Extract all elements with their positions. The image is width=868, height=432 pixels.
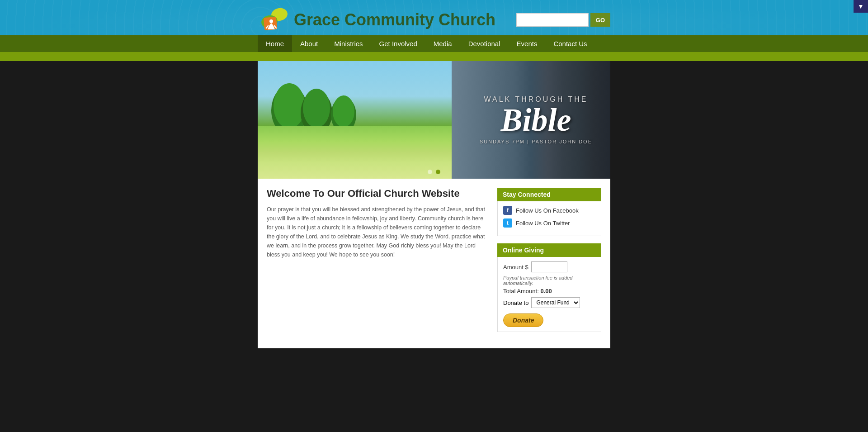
stay-connected-header: Stay Connected	[497, 188, 601, 201]
hero-info: SUNDAYS 7PM | PASTOR JOHN DOE	[480, 139, 592, 144]
amount-input[interactable]	[531, 261, 567, 272]
nav-item-contact[interactable]: Contact Us	[545, 35, 595, 52]
search-button[interactable]: GO	[590, 13, 610, 27]
site-logo[interactable]	[258, 5, 288, 35]
facebook-link[interactable]: f Follow Us On Facebook	[503, 206, 595, 215]
online-giving-section: Online Giving Amount $ Paypal transactio…	[497, 243, 601, 332]
facebook-icon: f	[503, 206, 512, 215]
svg-point-13	[333, 95, 354, 127]
twitter-label: Follow Us On Twitter	[516, 220, 570, 227]
nav-item-about[interactable]: About	[292, 35, 326, 52]
nav-item-media[interactable]: Media	[425, 35, 460, 52]
fund-select[interactable]: General Fund	[531, 297, 580, 308]
nav-item-get-involved[interactable]: Get Involved	[371, 35, 425, 52]
chevron-btn[interactable]: ▼	[854, 0, 868, 13]
welcome-title: Welcome To Our Official Church Website	[267, 188, 488, 199]
amount-label: Amount $	[503, 264, 528, 271]
nav-item-devotional[interactable]: Devotional	[460, 35, 509, 52]
slider-dot-1[interactable]	[428, 170, 432, 174]
donate-to-label: Donate to	[503, 299, 528, 306]
hero-slider: WALK THROUGH THE Bible SUNDAYS 7PM | PAS…	[258, 61, 610, 179]
total-amount: Total Amount: 0.00	[503, 288, 595, 294]
slider-dot-2[interactable]	[436, 170, 440, 174]
site-title: Grace Community Church	[294, 10, 495, 29]
svg-point-3	[269, 19, 273, 23]
twitter-icon: t	[503, 218, 512, 228]
paypal-note: Paypal transaction fee is added automati…	[503, 275, 595, 286]
nav-item-home[interactable]: Home	[258, 35, 292, 52]
hero-main-title: Bible	[480, 104, 592, 136]
search-input[interactable]	[516, 13, 589, 27]
hero-text: WALK THROUGH THE Bible SUNDAYS 7PM | PAS…	[480, 95, 592, 144]
svg-point-10	[303, 89, 330, 128]
twitter-link[interactable]: t Follow Us On Twitter	[503, 218, 595, 228]
chevron-down-icon: ▼	[858, 3, 864, 10]
nav-item-ministries[interactable]: Ministries	[326, 35, 371, 52]
donate-button[interactable]: Donate	[503, 313, 543, 327]
online-giving-header: Online Giving	[497, 243, 601, 257]
facebook-label: Follow Us On Facebook	[516, 207, 579, 214]
stay-connected-section: Stay Connected f Follow Us On Facebook t…	[497, 188, 601, 236]
svg-point-7	[274, 83, 305, 128]
green-stripe	[0, 52, 868, 61]
welcome-body: Our prayer is that you will be blessed a…	[267, 205, 488, 259]
slider-dots	[428, 170, 440, 174]
nav-item-events[interactable]: Events	[509, 35, 546, 52]
